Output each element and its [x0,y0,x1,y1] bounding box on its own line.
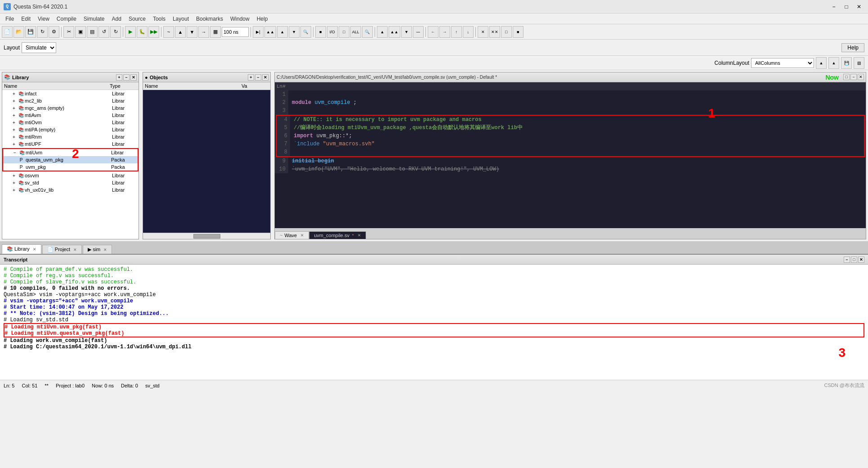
tb-cov3[interactable]: ▼ [401,26,412,38]
lib-item-infact[interactable]: + 📚 infact Librar [2,90,139,97]
menu-window[interactable]: Window [227,15,253,23]
lib-add-btn[interactable]: + [116,74,122,81]
tb-next[interactable]: ▼ [187,26,197,38]
tab-project[interactable]: 📄 Project ✕ [42,245,82,254]
menu-simulate[interactable]: Simulate [80,15,108,23]
tb-redo[interactable]: ↻ [110,26,121,38]
tb-open[interactable]: 📂 [13,26,24,38]
tb-paste[interactable]: ▤ [87,26,98,38]
uvm-compile-tab[interactable]: uvm_compile.sv * ✕ [309,231,366,239]
uvm-compile-tab-close[interactable]: ✕ [358,233,361,238]
ed-btn1[interactable]: □ [843,74,850,80]
lib-item-svstd[interactable]: + 📚 sv_std Librar [2,179,139,186]
tb-zoom5[interactable]: 🔍 [300,26,311,38]
tb-time-input[interactable] [222,27,249,37]
tb-arrow[interactable]: → [198,26,209,38]
tb-layout[interactable]: ▦ [210,26,221,38]
tb-nav4[interactable]: ↓ [463,26,474,38]
tb-zoom2[interactable]: ▲▲ [264,26,276,38]
transcript-close-btn[interactable]: ✕ [858,256,864,263]
tab-sim-close[interactable]: ✕ [103,248,107,252]
tb-sim[interactable]: 🐛 [137,26,148,38]
menu-help[interactable]: Help [253,15,272,23]
lib-item-mtiupf[interactable]: + 📚 mtiUPF Librar [2,140,139,148]
tb-refresh[interactable]: ↻ [37,26,48,38]
wave-tab[interactable]: ~ Wave ✕ [275,231,309,239]
menu-edit[interactable]: Edit [18,15,34,23]
tb-x1[interactable]: ✕ [478,26,488,38]
tb-cov1[interactable]: ▲ [377,26,388,38]
ed-btn2[interactable]: − [850,74,857,80]
menu-tools[interactable]: Tools [149,15,169,23]
tb-prev[interactable]: ▲ [175,26,186,38]
tab-library-close[interactable]: ✕ [33,247,36,252]
col-layout-btn4[interactable]: ▧ [854,57,864,69]
tb-undo[interactable]: ↺ [98,26,109,38]
close-button[interactable]: ✕ [854,2,864,11]
lib-item-questa-uvm-pkg[interactable]: P questa_uvm_pkg Packa [3,156,138,163]
tb-cov2[interactable]: ▲▲ [389,26,400,38]
tb-nav3[interactable]: ↑ [451,26,462,38]
obj-add-btn[interactable]: + [248,74,254,81]
tb-copy[interactable]: ▣ [75,26,86,38]
menu-file[interactable]: File [2,15,18,23]
tb-save[interactable]: 💾 [25,26,36,38]
tb-settings[interactable]: ⚙ [49,26,59,38]
tb-sig5[interactable]: 🔍 [362,26,373,38]
lib-item-mtiavm[interactable]: + 📚 mtiAvm Librar [2,112,139,119]
tb-run[interactable]: ▶▶ [148,26,159,38]
tb-nav2[interactable]: → [439,26,450,38]
lib-item-uvm-pkg[interactable]: P uvm_pkg Packa [3,163,138,171]
minimize-button[interactable]: − [828,2,839,11]
tb-x4[interactable]: ■ [513,26,523,38]
menu-view[interactable]: View [34,15,53,23]
menu-layout[interactable]: Layout [169,15,192,23]
menu-bookmarks[interactable]: Bookmarks [192,15,227,23]
lib-close-btn[interactable]: ✕ [130,74,137,81]
layout-select[interactable]: Simulate [22,42,56,53]
tb-new[interactable]: 📄 [2,26,13,38]
tb-sig1[interactable]: ■ [315,26,326,38]
lib-item-mc2lib[interactable]: + 📚 mc2_lib Librar [2,97,139,104]
menu-add[interactable]: Add [108,15,125,23]
lib-item-mgcams[interactable]: + 📚 mgc_ams (empty) Librar [2,104,139,112]
tb-zoom1[interactable]: ▶| [253,26,264,38]
maximize-button[interactable]: □ [841,2,852,11]
objects-hscrollbar[interactable] [143,233,270,239]
col-layout-btn2[interactable]: ▲ [828,57,839,69]
lib-item-mtirnm[interactable]: + 📚 mtiRnm Librar [2,133,139,140]
tb-sig3[interactable]: □ [339,26,349,38]
obj-minimize-btn[interactable]: − [255,74,261,81]
tb-x3[interactable]: □ [501,26,512,38]
col-layout-btn3[interactable]: 💾 [841,57,852,69]
tb-sig4[interactable]: ALL [350,26,361,38]
wave-tab-close[interactable]: ✕ [300,233,304,238]
menu-compile[interactable]: Compile [53,15,80,23]
tab-sim[interactable]: ▶ sim ✕ [83,245,112,254]
lib-item-osvvm[interactable]: + 📚 osvvm Librar [2,172,139,179]
lib-minimize-btn[interactable]: − [123,74,130,81]
ed-close-btn[interactable]: ✕ [858,74,864,80]
tb-compile[interactable]: ▶ [125,26,136,38]
menu-source[interactable]: Source [125,15,149,23]
tb-x2[interactable]: ✕✕ [489,26,500,38]
help-button[interactable]: Help [841,43,864,52]
tb-wave[interactable]: ~ [163,26,174,38]
tb-cov4[interactable]: ⸻ [413,26,424,38]
tb-sig2[interactable]: I/O [327,26,338,38]
tb-zoom4[interactable]: ▼ [289,26,300,38]
lib-item-vhux01v[interactable]: + 📚 vh_ux01v_lib Librar [2,186,139,194]
objects-hscroll-thumb[interactable] [193,234,220,238]
tb-cut[interactable]: ✂ [63,26,74,38]
tab-library[interactable]: 📚 Library ✕ [2,244,41,254]
tb-zoom3[interactable]: ▲ [277,26,288,38]
tb-nav1[interactable]: ← [428,26,438,38]
lib-item-mtiovm[interactable]: + 📚 mtiOvm Librar [2,119,139,126]
obj-close-btn[interactable]: ✕ [262,74,268,81]
transcript-btn2[interactable]: □ [851,256,857,263]
col-layout-btn1[interactable]: ▲ [816,57,827,69]
lib-item-mtipa[interactable]: + 📚 mtiPA (empty) Librar [2,126,139,133]
transcript-btn1[interactable]: − [844,256,850,263]
tab-project-close[interactable]: ✕ [73,248,77,252]
col-layout-select[interactable]: AllColumns [751,58,814,68]
